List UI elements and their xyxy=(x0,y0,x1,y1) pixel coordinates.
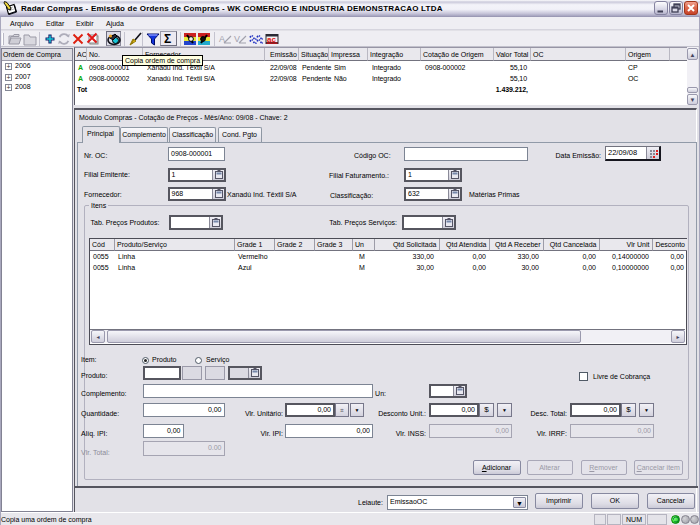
svg-text:ac: ac xyxy=(267,35,276,44)
